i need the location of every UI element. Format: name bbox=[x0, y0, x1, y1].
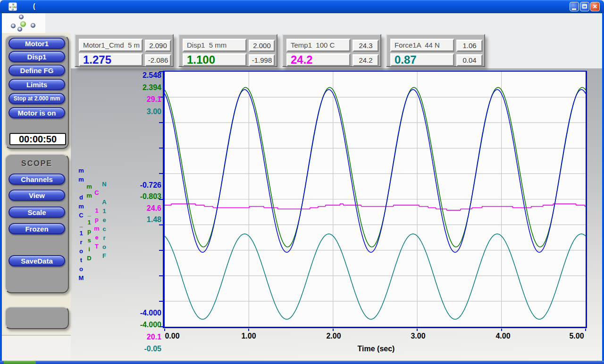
readout-value: 1.100 bbox=[183, 53, 247, 66]
readout-value: 0.87 bbox=[390, 53, 454, 66]
readout-min: 0.04 bbox=[456, 54, 483, 66]
y-scale-label-top: 2.548 bbox=[133, 71, 161, 80]
readout-title: Force1A 44 N bbox=[390, 39, 454, 52]
window-title: ( bbox=[33, 2, 35, 10]
scope-trace-disp1_ bbox=[165, 87, 586, 247]
start-button[interactable] bbox=[4, 361, 36, 364]
stop-at-button[interactable]: Stop at 2.000 mm bbox=[8, 93, 65, 104]
x-axis-tick-label: 1.00 bbox=[232, 332, 265, 340]
motor-control-panel: Motor1 Disp1 Define FG Limits Stop at 2.… bbox=[5, 35, 69, 149]
y-scale-label-mid: 1.48 bbox=[133, 215, 161, 224]
scope-plot-canvas bbox=[165, 72, 586, 327]
save-data-button[interactable]: SaveData bbox=[8, 255, 65, 266]
title-bar: ( ✕ bbox=[0, 0, 604, 13]
readout-min: 24.2 bbox=[352, 54, 379, 66]
window-border-right bbox=[602, 13, 604, 364]
y-axis-tick bbox=[159, 301, 163, 302]
motor-state-button[interactable]: Motor is on bbox=[8, 107, 65, 118]
channel-legend-motor1_cmd: mm dmC_1rotoM bbox=[77, 166, 85, 282]
scope-plot bbox=[163, 71, 587, 328]
readout-title: Motor1_Cmd 5 m bbox=[79, 39, 143, 52]
x-axis-tick bbox=[333, 329, 334, 331]
disp1-button[interactable]: Disp1 bbox=[8, 51, 65, 62]
y-axis-tick bbox=[159, 173, 163, 174]
readout-title: Temp1 100 C bbox=[286, 39, 351, 52]
app-logo bbox=[2, 13, 45, 33]
readout-max: 24.3 bbox=[352, 40, 379, 52]
y-axis-tick bbox=[159, 122, 163, 123]
elapsed-timer: 00:00:50 bbox=[9, 133, 66, 145]
motor1-button[interactable]: Motor1 bbox=[8, 38, 65, 49]
logo-dot-icon bbox=[19, 15, 24, 19]
scope-trace-force1a bbox=[165, 234, 586, 319]
logo-dot-icon bbox=[17, 27, 22, 32]
channels-button[interactable]: Channels bbox=[8, 174, 65, 185]
x-axis-tick-label: 5.00 bbox=[560, 332, 593, 340]
readout-temp1: Temp1 100 C 24.2 24.3 24.2 bbox=[282, 34, 381, 67]
x-axis-tick bbox=[501, 329, 502, 331]
y-scale-label-bottom: -4.000 bbox=[133, 309, 161, 317]
scope-control-panel: SCOPE Channels View Scale Frozen SaveDat… bbox=[5, 154, 69, 293]
sidebar-lower-background bbox=[2, 335, 71, 361]
readout-min: -1.998 bbox=[249, 54, 275, 66]
y-axis-tick bbox=[159, 275, 163, 276]
readout-max: 2.000 bbox=[249, 40, 275, 52]
close-button[interactable]: ✕ bbox=[590, 2, 600, 11]
frozen-button[interactable]: Frozen bbox=[8, 223, 65, 234]
readout-title: Disp1 5 mm bbox=[183, 39, 247, 52]
scope-panel-title: SCOPE bbox=[6, 159, 68, 168]
logo-dot-icon bbox=[11, 24, 16, 28]
readout-value: 1.275 bbox=[79, 53, 143, 66]
logo-dot-icon bbox=[31, 23, 35, 28]
y-scale-label-top: 3.00 bbox=[133, 108, 161, 116]
y-scale-label-bottom: -0.05 bbox=[133, 345, 161, 353]
y-scale-label-mid: -0.803 bbox=[133, 192, 161, 201]
y-scale-label-bottom: -4.000 bbox=[133, 321, 161, 329]
readout-value: 24.2 bbox=[286, 53, 351, 66]
scope-trace-motor1_cmd bbox=[165, 90, 586, 252]
limits-button[interactable]: Limits bbox=[8, 79, 65, 90]
y-scale-label-top: 2.394 bbox=[133, 83, 161, 92]
y-axis-tick bbox=[159, 250, 163, 251]
define-fg-button[interactable]: Define FG bbox=[8, 65, 65, 76]
y-scale-label-top: 29.1 bbox=[133, 95, 161, 104]
view-button[interactable]: View bbox=[8, 190, 65, 201]
x-axis-title: Time (sec) bbox=[341, 345, 411, 353]
minimize-button[interactable] bbox=[570, 2, 579, 11]
toolbar-background bbox=[45, 13, 602, 33]
y-axis-tick bbox=[159, 148, 163, 149]
channel-legend-force1a: N A1ecroF bbox=[100, 180, 109, 260]
maximize-button[interactable] bbox=[580, 2, 589, 11]
x-axis-tick bbox=[417, 329, 418, 331]
readout-max: 1.06 bbox=[456, 40, 483, 52]
readout-disp1: Disp1 5 mm 1.100 2.000 -1.998 bbox=[178, 34, 277, 67]
x-axis-tick-label: 3.00 bbox=[402, 332, 435, 340]
readout-min: -2.086 bbox=[145, 54, 171, 66]
readout-force1a: Force1A 44 N 0.87 1.06 0.04 bbox=[386, 34, 485, 67]
x-axis-tick-label: 0.00 bbox=[156, 332, 189, 340]
scale-button[interactable]: Scale bbox=[8, 207, 65, 218]
readout-max: 2.090 bbox=[145, 40, 171, 52]
empty-panel bbox=[5, 306, 69, 329]
x-axis-tick bbox=[585, 329, 586, 331]
scope-trace-temp1 bbox=[165, 204, 586, 210]
readout-motor1-cmd: Motor1_Cmd 5 m 1.275 2.090 -2.086 bbox=[75, 34, 174, 67]
application-window: ( ✕ Motor1 Disp1 Define FG Limits Stop a… bbox=[0, 0, 604, 364]
x-axis-tick bbox=[248, 329, 249, 331]
taskbar bbox=[0, 361, 604, 364]
y-scale-label-mid: 24.6 bbox=[133, 204, 161, 213]
logo-dot-icon bbox=[20, 21, 26, 27]
x-axis-tick-label: 2.00 bbox=[317, 332, 350, 340]
app-icon bbox=[8, 2, 17, 11]
y-scale-label-mid: -0.726 bbox=[133, 181, 161, 190]
y-axis-tick bbox=[159, 224, 163, 225]
x-axis-tick bbox=[164, 329, 165, 331]
x-axis-tick-label: 4.00 bbox=[487, 332, 520, 340]
